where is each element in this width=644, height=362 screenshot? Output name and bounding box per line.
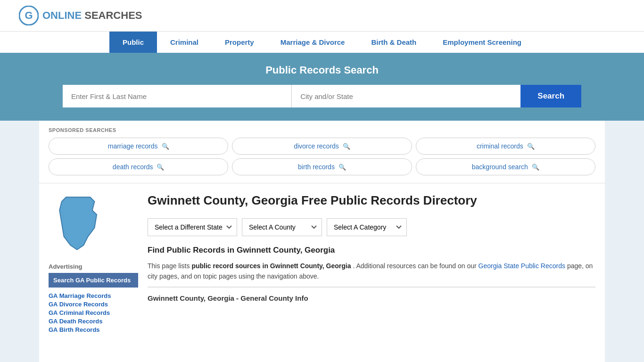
sponsored-criminal-label: criminal records: [477, 142, 523, 150]
sponsored-label: SPONSORED SEARCHES: [49, 127, 595, 133]
find-text-1: This page lists: [148, 262, 191, 270]
sponsored-death[interactable]: death records 🔍: [49, 158, 228, 175]
sponsored-divorce[interactable]: divorce records 🔍: [232, 138, 412, 155]
nav-public[interactable]: Public: [109, 32, 157, 53]
sponsored-background[interactable]: background search 🔍: [416, 158, 595, 175]
sponsored-birth-label: birth records: [298, 163, 335, 171]
main-wrapper: SPONSORED SEARCHES marriage records 🔍 di…: [30, 121, 614, 362]
county-dropdown[interactable]: Select A County: [242, 218, 322, 236]
sidebar-link-3[interactable]: GA Death Records: [49, 318, 138, 325]
find-text: This page lists public record sources in…: [148, 261, 595, 282]
content-area: SPONSORED SEARCHES marriage records 🔍 di…: [39, 121, 605, 362]
hero-title: Public Records Search: [19, 64, 625, 76]
nav-marriage-divorce[interactable]: Marriage & Divorce: [267, 32, 358, 53]
search-icon-4: 🔍: [339, 164, 346, 171]
category-dropdown[interactable]: Select A Category: [327, 218, 407, 236]
sponsored-criminal[interactable]: criminal records 🔍: [416, 138, 595, 155]
georgia-map-svg: [49, 193, 110, 254]
search-icon-2: 🔍: [527, 143, 535, 150]
header: G ONLINE SEARCHES: [0, 0, 644, 31]
logo-text: ONLINE SEARCHES: [42, 9, 142, 22]
search-bar: Search: [63, 85, 581, 107]
sidebar-link-4[interactable]: GA Birth Records: [49, 326, 138, 333]
sidebar-link-0[interactable]: GA Marriage Records: [49, 292, 138, 299]
sponsored-background-label: background search: [472, 163, 528, 171]
sponsored-death-label: death records: [113, 163, 153, 171]
find-title: Find Public Records in Gwinnett County, …: [148, 246, 595, 255]
svg-marker-2: [59, 197, 97, 249]
search-icon-0: 🔍: [162, 143, 169, 150]
logo[interactable]: G ONLINE SEARCHES: [19, 6, 142, 25]
ad-box[interactable]: Search GA Public Records: [49, 273, 138, 288]
find-text-2: . Additional resources can be found on o…: [353, 262, 478, 270]
nav-birth-death[interactable]: Birth & Death: [358, 32, 429, 53]
find-text-bold: public record sources in Gwinnett County…: [191, 262, 351, 270]
sponsored-marriage[interactable]: marriage records 🔍: [49, 138, 228, 155]
sponsored-section: SPONSORED SEARCHES marriage records 🔍 di…: [39, 121, 605, 183]
svg-text:G: G: [25, 9, 33, 21]
nav-employment[interactable]: Employment Screening: [429, 32, 535, 53]
bottom-section-title: Gwinnett County, Georgia - General Count…: [148, 294, 595, 302]
search-icon-1: 🔍: [343, 143, 350, 150]
search-icon-5: 🔍: [532, 164, 539, 171]
sidebar-link-2[interactable]: GA Criminal Records: [49, 309, 138, 316]
advertising-label: Advertising: [49, 263, 138, 270]
main-nav: Public Criminal Property Marriage & Divo…: [0, 31, 644, 53]
sidebar-links: GA Marriage Records GA Divorce Records G…: [49, 292, 138, 333]
page-title: Gwinnett County, Georgia Free Public Rec…: [148, 193, 595, 209]
nav-property[interactable]: Property: [212, 32, 267, 53]
sidebar-link-1[interactable]: GA Divorce Records: [49, 301, 138, 308]
nav-criminal[interactable]: Criminal: [157, 32, 212, 53]
name-input[interactable]: [63, 85, 292, 107]
logo-icon: G: [19, 6, 39, 25]
location-input[interactable]: [292, 85, 520, 107]
sponsored-birth[interactable]: birth records 🔍: [232, 158, 412, 175]
main-content: Gwinnett County, Georgia Free Public Rec…: [148, 193, 595, 335]
sponsored-marriage-label: marriage records: [108, 142, 158, 150]
find-link[interactable]: Georgia State Public Records: [479, 262, 565, 270]
sponsored-grid: marriage records 🔍 divorce records 🔍 cri…: [49, 138, 595, 175]
dropdowns-row: Select a Different State Select A County…: [148, 218, 595, 236]
search-icon-3: 🔍: [157, 164, 164, 171]
bottom-section: Gwinnett County, Georgia - General Count…: [148, 287, 595, 302]
sponsored-divorce-label: divorce records: [294, 142, 339, 150]
state-map: [49, 193, 138, 255]
search-button[interactable]: Search: [520, 85, 581, 107]
sidebar: Advertising Search GA Public Records GA …: [49, 193, 138, 335]
hero-section: Public Records Search Search: [0, 53, 644, 121]
page-body: Advertising Search GA Public Records GA …: [39, 183, 605, 344]
state-dropdown[interactable]: Select a Different State: [148, 218, 237, 236]
